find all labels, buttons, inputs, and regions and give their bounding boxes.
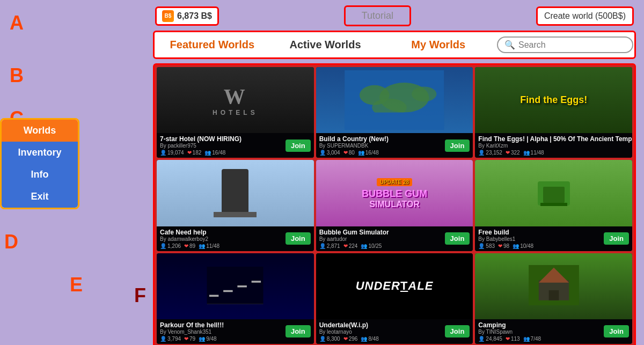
currency-amount: 6,873 B$ [177, 11, 212, 21]
slot-count: 👥10/48 [513, 243, 533, 249]
world-name: Build a Country (New!) [319, 135, 442, 143]
player-count: 👤3,004 [319, 150, 340, 156]
player-count: 👤583 [478, 243, 495, 249]
join-button[interactable]: Join [286, 232, 311, 245]
world-stats: 👤583 ❤98 👥10/48 [478, 243, 601, 249]
join-button[interactable]: Join [445, 232, 470, 245]
svg-rect-9 [207, 267, 264, 304]
search-input[interactable] [518, 40, 626, 50]
sidebar-item-info[interactable]: Info [2, 164, 78, 186]
world-by: By SUPERMANDBK [319, 143, 442, 149]
create-world-button[interactable]: Create world (500B$) [536, 6, 634, 26]
world-card[interactable]: Free build By Babybelles1 👤583 ❤98 👥10/4… [475, 160, 632, 251]
world-stats: 👤23,152 ❤322 👥11/48 [478, 150, 632, 156]
person-icon: 👤 [160, 150, 166, 156]
join-button[interactable]: Join [445, 140, 470, 152]
world-details: Find The Eggs! | Alpha | 50% Of The Anci… [478, 135, 632, 156]
world-info: Undertale(W.i.p) By leotarnayo 👤8,300 ❤2… [316, 319, 473, 344]
person-icon: 👤 [319, 243, 326, 249]
svg-rect-18 [548, 290, 559, 300]
player-count: 👤2,871 [319, 243, 340, 249]
group-icon: 👥 [523, 336, 530, 342]
world-details: Cafe Need help By adamwalkerboy2 👤1,206 … [160, 229, 282, 249]
tab-my-worlds[interactable]: My Worlds [382, 33, 495, 56]
like-count: ❤296 [343, 336, 358, 342]
like-count: ❤89 [184, 243, 195, 249]
world-info: Build a Country (New!) By SUPERMANDBK 👤3… [316, 133, 473, 158]
world-details: Undertale(W.i.p) By leotarnayo 👤8,300 ❤2… [319, 321, 442, 342]
currency-display: B$ 6,873 B$ [155, 6, 219, 26]
label-a: A [10, 12, 24, 34]
player-count: 👤3,794 [160, 336, 181, 342]
svg-rect-12 [238, 285, 247, 288]
world-stats: 👤24,845 ❤113 👥7/48 [478, 336, 601, 342]
world-card[interactable]: Cafe Need help By adamwalkerboy2 👤1,206 … [157, 160, 314, 251]
heart-icon: ❤ [343, 150, 348, 156]
world-info: Bubble Gum Simulator By aartudor 👤2,871 … [316, 226, 473, 251]
heart-icon: ❤ [184, 336, 188, 342]
world-by: By adamwalkerboy2 [160, 236, 282, 242]
join-button[interactable]: Join [286, 140, 311, 152]
slot-count: 👥16/48 [358, 150, 379, 156]
like-count: ❤80 [343, 150, 355, 156]
svg-point-3 [412, 87, 436, 102]
heart-icon: ❤ [184, 243, 188, 249]
tab-featured-worlds[interactable]: Featured Worlds [156, 33, 269, 56]
world-card[interactable]: WHOTELS 7-star Hotel (NOW HIRING) By pac… [157, 67, 314, 158]
heart-icon: ❤ [187, 150, 192, 156]
svg-rect-7 [543, 187, 565, 203]
sidebar-item-exit[interactable]: Exit [2, 186, 78, 208]
search-box[interactable]: 🔍 [497, 36, 633, 53]
sidebar-item-inventory[interactable]: Inventory [2, 142, 78, 164]
group-icon: 👥 [361, 336, 367, 342]
world-by: By KaritXzm [478, 143, 632, 149]
like-count: ❤98 [498, 243, 509, 249]
world-name: Find The Eggs! | Alpha | 50% Of The Anci… [478, 135, 632, 143]
join-button[interactable]: Join [604, 325, 629, 337]
heart-icon: ❤ [506, 150, 510, 156]
world-by: By Babybelles1 [478, 236, 601, 242]
world-details: Free build By Babybelles1 👤583 ❤98 👥10/4… [478, 229, 601, 249]
svg-rect-10 [209, 295, 219, 297]
join-button[interactable]: Join [445, 325, 470, 337]
world-card[interactable]: UNDERTALE Undertale(W.i.p) By leotarnayo… [316, 253, 473, 344]
group-icon: 👥 [358, 150, 364, 156]
world-name: Undertale(W.i.p) [319, 321, 442, 329]
world-card[interactable]: Find the Eggs! Find The Eggs! | Alpha | … [475, 67, 632, 158]
worlds-grid: WHOTELS 7-star Hotel (NOW HIRING) By pac… [153, 63, 636, 345]
world-info: Parkour Of the hell!!! By Venom_Shank351… [157, 319, 314, 344]
player-count: 👤23,152 [478, 150, 502, 156]
join-button[interactable]: Join [604, 232, 629, 245]
world-name: 7-star Hotel (NOW HIRING) [160, 135, 282, 143]
tab-active-worlds[interactable]: Active Worlds [269, 33, 382, 56]
join-button[interactable]: Join [286, 325, 311, 337]
main-area: B$ 6,873 B$ Tutorial Create world (500B$… [153, 5, 636, 345]
world-name: Camping [478, 321, 601, 329]
sidebar-item-worlds[interactable]: Worlds [2, 120, 78, 142]
world-name: Parkour Of the hell!!! [160, 321, 282, 329]
like-count: ❤322 [506, 150, 520, 156]
world-card[interactable]: Camping By TINISpawn 👤24,845 ❤113 👥7/48 … [475, 253, 632, 344]
world-card[interactable]: Parkour Of the hell!!! By Venom_Shank351… [157, 253, 314, 344]
heart-icon: ❤ [498, 243, 502, 249]
player-count: 👤1,206 [160, 243, 181, 249]
world-details: Parkour Of the hell!!! By Venom_Shank351… [160, 321, 282, 342]
world-stats: 👤3,004 ❤80 👥16/48 [319, 150, 442, 156]
heart-icon: ❤ [343, 336, 348, 342]
world-by: By TINISpawn [478, 329, 601, 335]
world-name: Bubble Gum Simulator [319, 229, 442, 236]
world-info: Find The Eggs! | Alpha | 50% Of The Anci… [475, 133, 632, 158]
world-by: By aartudor [319, 236, 442, 242]
world-details: Camping By TINISpawn 👤24,845 ❤113 👥7/48 [478, 321, 601, 342]
slot-count: 👥11/48 [523, 150, 544, 156]
player-count: 👤8,300 [319, 336, 340, 342]
world-details: Build a Country (New!) By SUPERMANDBK 👤3… [319, 135, 442, 156]
like-count: ❤224 [343, 243, 358, 249]
world-card[interactable]: Build a Country (New!) By SUPERMANDBK 👤3… [316, 67, 473, 158]
slot-count: 👥7/48 [523, 336, 541, 342]
person-icon: 👤 [478, 336, 485, 342]
group-icon: 👥 [204, 150, 211, 156]
world-card[interactable]: UPDATE 28 BUBBLE GUM SIMULATOR Bubble Gu… [316, 160, 473, 251]
heart-icon: ❤ [343, 243, 348, 249]
tutorial-button[interactable]: Tutorial [344, 5, 411, 26]
